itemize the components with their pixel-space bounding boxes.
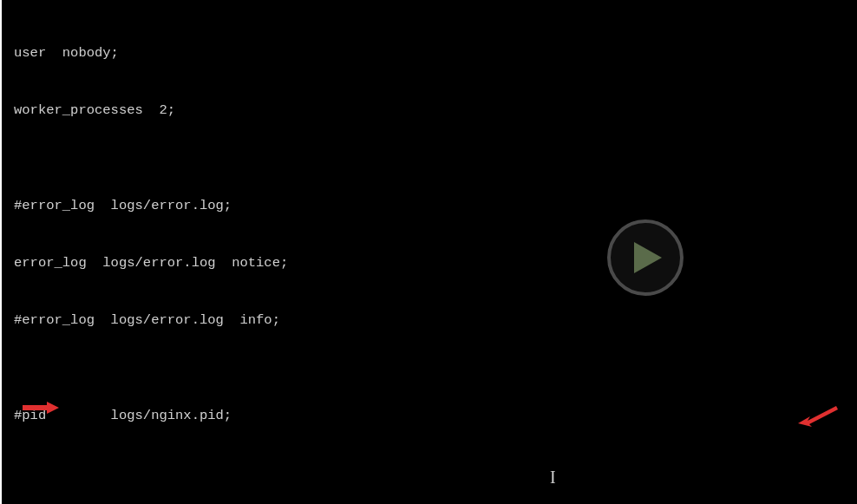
play-icon — [634, 242, 662, 273]
play-button[interactable] — [607, 219, 684, 296]
text-cursor-icon: I — [550, 465, 556, 489]
code-line: #pid logs/nginx.pid; — [14, 406, 857, 425]
code-line: user nobody; — [14, 43, 857, 62]
code-line: worker_processes 2; — [14, 101, 857, 120]
code-line: error_log logs/error.log notice; — [14, 253, 857, 272]
annotation-arrow-right — [796, 403, 838, 433]
terminal-editor[interactable]: user nobody; worker_processes 2; #error_… — [0, 0, 857, 504]
annotation-arrow-left — [23, 400, 59, 422]
code-line: #error_log logs/error.log info; — [14, 311, 857, 330]
code-line: #error_log logs/error.log; — [14, 196, 857, 215]
